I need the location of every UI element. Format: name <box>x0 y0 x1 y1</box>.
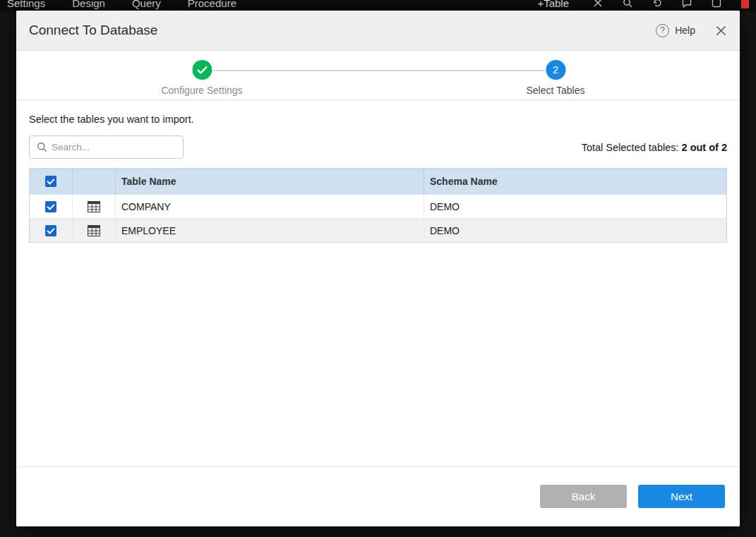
help-icon: ? <box>656 24 669 37</box>
step-label-select-tables: Select Tables <box>526 85 584 96</box>
selected-summary: Total Selected tables: 2 out of 2 <box>582 142 727 153</box>
help-button[interactable]: ? Help <box>656 24 695 37</box>
select-all-checkbox[interactable] <box>45 176 56 187</box>
cell-schema-name: DEMO <box>424 219 726 242</box>
row-checkbox[interactable] <box>45 225 56 236</box>
summary-value: 2 out of 2 <box>682 142 727 153</box>
stepper-connector <box>212 70 545 71</box>
next-button[interactable]: Next <box>638 485 725 508</box>
search-icon <box>37 142 47 152</box>
table-row[interactable]: EMPLOYEE DEMO <box>30 218 726 242</box>
notification-badge <box>741 0 749 8</box>
comment-icon[interactable] <box>682 0 692 8</box>
modal-header: Connect To Database ? Help <box>16 11 740 51</box>
row-checkbox[interactable] <box>45 201 56 212</box>
modal-body: Select the tables you want to import. To… <box>16 114 740 243</box>
search-input[interactable] <box>52 136 183 158</box>
undo-icon[interactable] <box>652 0 662 8</box>
step-number-icon: 2 <box>546 60 565 80</box>
table-icon-column-header <box>73 169 116 194</box>
cell-table-name: EMPLOYEE <box>116 219 424 242</box>
background-topbar: Settings Design Query Procedure +Table <box>0 0 756 11</box>
column-header-table-name: Table Name <box>116 169 424 194</box>
add-table-button[interactable]: +Table <box>537 0 569 9</box>
modal-footer: Back Next <box>16 466 740 526</box>
table-row[interactable]: COMPANY DEMO <box>30 194 726 218</box>
table-icon <box>88 225 100 236</box>
instruction-text: Select the tables you want to import. <box>29 114 727 125</box>
connect-to-database-modal: Connect To Database ? Help Configure Set… <box>16 11 740 526</box>
grid-icon[interactable] <box>712 0 721 8</box>
tab-design[interactable]: Design <box>72 0 105 9</box>
table-header-row: Table Name Schema Name <box>30 169 726 194</box>
step-select-tables[interactable]: 2 Select Tables <box>526 60 584 96</box>
tab-settings[interactable]: Settings <box>7 0 45 9</box>
step-configure-settings[interactable]: Configure Settings <box>161 60 242 96</box>
modal-title: Connect To Database <box>29 23 157 38</box>
search-box <box>29 135 184 159</box>
step-label-configure-settings: Configure Settings <box>161 85 242 96</box>
cell-schema-name: DEMO <box>424 195 726 218</box>
column-header-schema-name: Schema Name <box>424 169 726 194</box>
close-icon[interactable] <box>593 0 603 8</box>
tables-list: Table Name Schema Name COMPANY DEMO <box>29 168 727 243</box>
back-button[interactable]: Back <box>540 485 627 508</box>
table-icon <box>88 201 100 212</box>
close-icon[interactable] <box>715 25 727 37</box>
stepper: Configure Settings 2 Select Tables <box>16 51 740 100</box>
help-label: Help <box>675 25 695 36</box>
summary-label: Total Selected tables: <box>582 142 679 153</box>
cell-table-name: COMPANY <box>116 195 424 218</box>
tab-procedure[interactable]: Procedure <box>188 0 236 9</box>
search-icon[interactable] <box>623 0 632 8</box>
tab-query[interactable]: Query <box>132 0 161 9</box>
step-complete-icon <box>192 60 212 80</box>
